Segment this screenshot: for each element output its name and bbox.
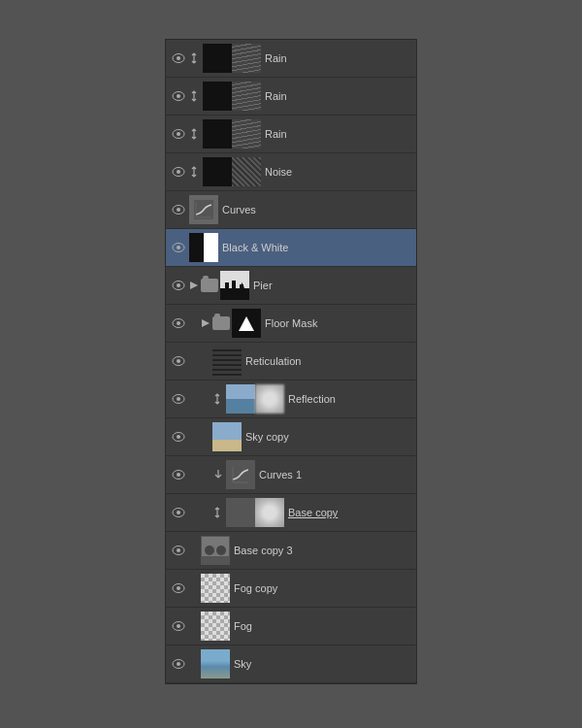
- visibility-icon[interactable]: [170, 201, 187, 218]
- layer-row[interactable]: Base copy: [166, 494, 416, 532]
- svg-point-27: [177, 359, 180, 363]
- layer-row[interactable]: Black & White: [166, 229, 416, 267]
- link-icon: [212, 507, 224, 518]
- layer-thumbnail-noise: [232, 157, 261, 186]
- layer-row[interactable]: Rain: [166, 40, 416, 78]
- layer-thumbnail-container: [201, 536, 230, 565]
- svg-point-38: [177, 511, 180, 514]
- visibility-icon[interactable]: [170, 125, 187, 143]
- layer-thumbnail-curves1: [226, 460, 255, 489]
- svg-point-31: [177, 435, 180, 439]
- layer-name: Curves 1: [259, 469, 412, 480]
- folder-icon: [201, 279, 218, 292]
- visibility-icon[interactable]: [170, 655, 187, 673]
- layer-row[interactable]: Reflection: [166, 381, 416, 418]
- visibility-icon[interactable]: [170, 352, 187, 370]
- layer-row[interactable]: Pier: [166, 267, 416, 305]
- layer-thumbnail-base-copy-right: [255, 498, 284, 527]
- layer-thumbnail-reticulation: [212, 347, 242, 376]
- visibility-icon[interactable]: [170, 87, 187, 105]
- layer-thumbnail-container: [212, 422, 242, 451]
- layer-name: Pier: [253, 280, 412, 291]
- layer-thumbnail-wrapper: [226, 384, 284, 414]
- layer-name: Fog: [234, 620, 412, 632]
- layer-thumbnail-container: [189, 195, 218, 224]
- layer-row[interactable]: Curves 1: [166, 456, 416, 494]
- svg-marker-25: [202, 319, 210, 327]
- layer-thumbnail-container: [203, 82, 261, 111]
- layer-name: Black & White: [222, 242, 412, 253]
- layer-thumbnail-container: [203, 157, 261, 186]
- visibility-icon[interactable]: [170, 542, 187, 559]
- layer-thumbnail-wrapper: [226, 460, 255, 489]
- svg-point-5: [177, 132, 180, 136]
- visibility-icon[interactable]: [170, 163, 187, 181]
- svg-point-50: [177, 662, 180, 666]
- layer-row[interactable]: Fog copy: [166, 570, 416, 608]
- layer-thumbnail-container: [212, 347, 242, 376]
- layer-thumbnail-wrapper: [203, 44, 261, 73]
- layer-thumbnail-reflection-left: [226, 384, 255, 414]
- svg-rect-20: [225, 282, 229, 292]
- visibility-icon[interactable]: [170, 428, 187, 446]
- svg-point-44: [216, 546, 226, 555]
- layer-row[interactable]: Fog: [166, 608, 416, 645]
- link-icon: [189, 52, 201, 64]
- layer-thumbnail-sky: [201, 649, 230, 678]
- visibility-icon[interactable]: [170, 277, 187, 294]
- svg-rect-22: [240, 284, 243, 292]
- layer-name: Reflection: [288, 393, 412, 405]
- layer-thumbnail-container: [232, 309, 261, 338]
- folder-icon: [212, 316, 230, 330]
- layer-row[interactable]: Curves: [166, 191, 416, 229]
- layer-name: Rain: [265, 90, 412, 102]
- layer-row[interactable]: Rain: [166, 78, 416, 116]
- layer-thumbnail-wrapper: [201, 612, 230, 641]
- visibility-icon[interactable]: [170, 504, 187, 521]
- layer-thumbnail-base-copy3: [201, 536, 230, 565]
- visibility-icon[interactable]: [170, 314, 187, 332]
- layer-thumbnail-wrapper: [201, 574, 230, 603]
- svg-point-24: [177, 321, 180, 325]
- layer-row[interactable]: Base copy 3: [166, 532, 416, 570]
- layer-thumbnail-wrapper: [201, 536, 230, 565]
- layer-name: Curves: [222, 204, 412, 215]
- group-expand-icon[interactable]: [189, 281, 199, 290]
- link-icon: [189, 166, 201, 178]
- svg-point-43: [205, 546, 214, 555]
- svg-point-1: [177, 56, 180, 60]
- layer-thumbnail-container: [226, 460, 255, 489]
- layer-thumbnail-black: [203, 119, 232, 149]
- layer-thumbnail-rain: [232, 44, 261, 73]
- layer-row[interactable]: Sky: [166, 645, 416, 683]
- layer-row[interactable]: Sky copy: [166, 418, 416, 456]
- layer-name: Floor Mask: [265, 317, 412, 329]
- visibility-icon[interactable]: [170, 579, 187, 597]
- layer-row[interactable]: Noise: [166, 153, 416, 191]
- layer-thumbnail-black: [203, 82, 232, 111]
- layer-thumbnail-rain: [232, 82, 261, 111]
- visibility-icon[interactable]: [170, 390, 187, 408]
- layer-thumbnail-wrapper: [220, 271, 249, 300]
- layer-thumbnail-wrapper: [212, 347, 242, 376]
- svg-marker-17: [190, 281, 198, 289]
- layer-row[interactable]: Floor Mask: [166, 305, 416, 343]
- layer-thumbnail-container: [226, 498, 284, 527]
- link-icon: [189, 90, 201, 102]
- layer-row[interactable]: Rain: [166, 116, 416, 153]
- visibility-icon[interactable]: [170, 50, 187, 67]
- layer-row[interactable]: Reticulation: [166, 343, 416, 381]
- group-expand-icon[interactable]: [201, 318, 210, 328]
- layer-thumbnail-rain: [232, 119, 261, 149]
- layer-thumbnail-reflection-right: [255, 384, 284, 414]
- svg-point-7: [177, 170, 180, 174]
- visibility-icon[interactable]: [170, 617, 187, 635]
- layer-thumbnail-wrapper: [226, 498, 284, 527]
- visibility-icon[interactable]: [170, 239, 187, 256]
- visibility-icon[interactable]: [170, 466, 187, 483]
- layer-thumbnail-fog_copy: [201, 574, 230, 603]
- layer-thumbnail-base-copy-left: [226, 498, 255, 527]
- layer-thumbnail-sky-copy: [212, 422, 242, 451]
- layer-name: Sky: [234, 658, 412, 670]
- layer-thumbnail-floor-mask: [232, 309, 261, 338]
